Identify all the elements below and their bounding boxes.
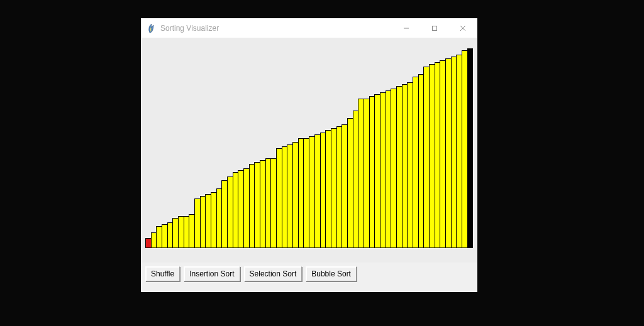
- app-window: Sorting Visualizer Shuffle Insertion Sor…: [141, 18, 477, 292]
- button-row: Shuffle Insertion Sort Selection Sort Bu…: [142, 263, 477, 291]
- shuffle-button[interactable]: Shuffle: [145, 266, 180, 281]
- insertion-sort-button[interactable]: Insertion Sort: [184, 266, 240, 281]
- chart-canvas: [142, 38, 477, 263]
- bubble-sort-button[interactable]: Bubble Sort: [306, 266, 357, 281]
- maximize-button[interactable]: [420, 19, 448, 38]
- minimize-button[interactable]: [392, 19, 420, 38]
- titlebar: Sorting Visualizer: [142, 19, 477, 38]
- chart-bar: [467, 48, 474, 248]
- selection-sort-button[interactable]: Selection Sort: [244, 266, 303, 281]
- app-icon: [147, 23, 157, 33]
- window-title: Sorting Visualizer: [160, 24, 219, 33]
- bar-container: [145, 48, 473, 248]
- svg-rect-1: [432, 26, 436, 31]
- close-button[interactable]: [448, 19, 477, 38]
